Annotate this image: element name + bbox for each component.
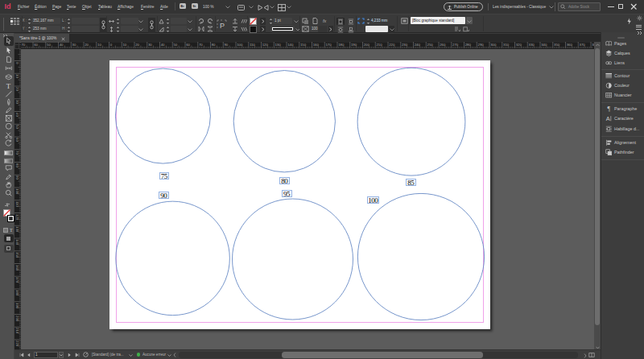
svg-text:A: A [605,115,609,122]
svg-text:T: T [6,82,10,90]
svg-text:P: P [220,22,225,30]
svg-text:¶: ¶ [607,105,610,113]
